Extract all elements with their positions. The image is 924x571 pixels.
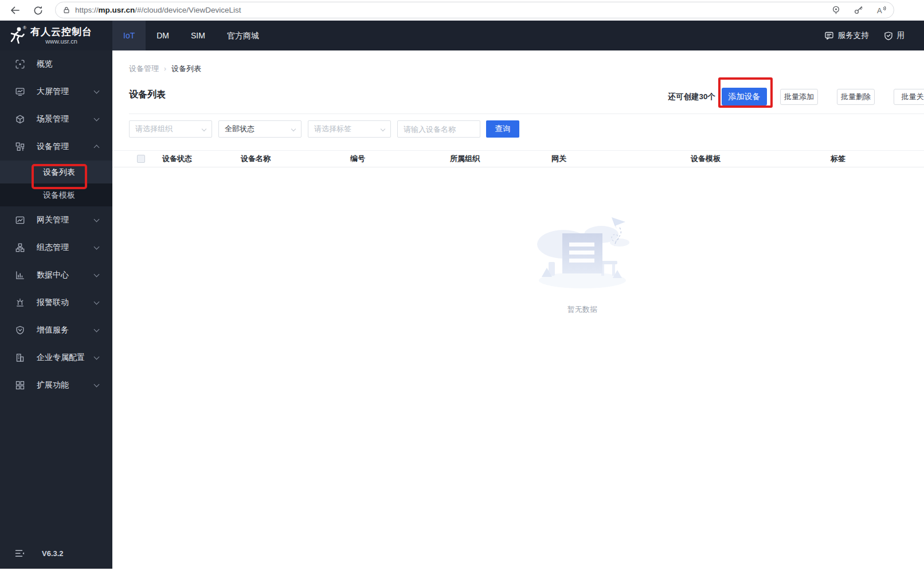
tab-official-mall[interactable]: 官方商城 [216,21,270,50]
sidebar-item-device-mgmt[interactable]: 设备管理 [0,133,112,161]
org-select[interactable]: 请选择组织 [129,120,212,138]
sidebar-nav: 概览 大屏管理 场景管理 设备管理 设备列表 设备模板 [0,50,112,569]
brand-title: 有人云控制台 [30,26,92,37]
lock-icon [62,6,71,14]
column-device-template: 设备模板 [691,154,831,164]
tab-sim[interactable]: SIM [180,21,216,50]
node-tree-icon [15,243,25,252]
page-bottom-strip [0,569,112,571]
breadcrumb-device-mgmt[interactable]: 设备管理 [129,64,159,74]
breadcrumb: 设备管理 › 设备列表 [129,64,201,74]
search-button[interactable]: 查询 [486,120,519,138]
main-content: 设备管理 › 设备列表 设备列表 还可创建30个 添加设备 批量添加 批量删除 … [112,50,924,571]
shield-icon [884,31,893,41]
chevron-down-icon [94,217,100,222]
status-select-value: 全部状态 [225,124,255,134]
browser-toolbar: https://mp.usr.cn/#/cloud/device/ViewDev… [0,0,924,21]
column-organization: 所属组织 [450,154,551,164]
chevron-down-icon [381,127,385,131]
tag-select[interactable]: 请选择标签 [308,120,391,138]
siren-icon [15,298,25,307]
location-pin-icon[interactable] [831,5,841,15]
chevron-down-icon [202,127,206,131]
sidebar-label: 设备管理 [37,142,69,152]
user-menu-partial[interactable]: 用 [884,30,905,41]
chevron-down-icon [94,354,100,360]
sidebar-item-overview[interactable]: 概览 [0,50,112,78]
add-device-button[interactable]: 添加设备 [722,88,767,105]
chevron-down-icon [94,382,100,388]
chevron-down-icon [94,327,100,333]
browser-refresh-icon[interactable] [31,3,45,17]
sidebar-item-gateway-mgmt[interactable]: 网关管理 [0,206,112,234]
empty-state: 暂无数据 [528,213,637,315]
column-device-id: 编号 [350,154,450,164]
sidebar-item-extensions[interactable]: 扩展功能 [0,371,112,399]
no-data-illustration [528,213,637,293]
chart-line-icon [15,216,25,225]
batch-partial-button[interactable]: 批量关 [894,89,924,105]
shield-badge-icon [15,326,25,335]
chevron-down-icon [94,116,100,122]
brand-logo[interactable]: ® 有人云控制台 www.usr.cn [0,21,112,50]
device-name-input[interactable] [397,120,480,138]
org-select-placeholder: 请选择组织 [135,124,173,134]
monitor-chart-icon [15,87,25,96]
sidebar-label: 扩展功能 [37,380,69,390]
device-table-header: 设备状态 设备名称 编号 所属组织 网关 设备模板 标签 [112,150,924,167]
sidebar-label: 报警联动 [37,298,69,308]
select-all-checkbox[interactable] [137,155,145,163]
divider [129,114,924,114]
chevron-down-icon [94,88,100,94]
sidebar-subitem-device-list[interactable]: 设备列表 [0,161,112,183]
app-header: ® 有人云控制台 www.usr.cn IoT DM SIM 官方商城 服务支持… [0,21,924,50]
page-title: 设备列表 [129,89,166,101]
sidebar-label: 大屏管理 [37,87,69,97]
empty-state-text: 暂无数据 [528,304,637,315]
filter-bar: 请选择组织 全部状态 请选择标签 查询 [129,120,519,138]
tab-iot[interactable]: IoT [112,21,146,50]
grid-4-icon [15,381,25,390]
overview-scan-icon [15,60,25,69]
column-tag: 标签 [831,154,924,164]
chevron-down-icon [291,127,296,131]
batch-add-button[interactable]: 批量添加 [780,89,818,105]
sidebar-item-value-added-services[interactable]: 增值服务 [0,316,112,344]
svg-text:A: A [877,6,882,15]
browser-back-icon[interactable] [8,3,22,17]
sidebar-item-scene-mgmt[interactable]: 场景管理 [0,105,112,133]
sidebar-label: 企业专属配置 [37,353,85,363]
sidebar-label: 概览 [37,59,53,69]
service-support-label: 服务支持 [838,30,869,41]
address-bar[interactable]: https://mp.usr.cn/#/cloud/device/ViewDev… [55,2,894,18]
sidebar-item-data-center[interactable]: 数据中心 [0,261,112,289]
sidebar-item-alarm-linkage[interactable]: 报警联动 [0,289,112,316]
breadcrumb-separator-icon: › [164,65,166,73]
sidebar-subitem-device-template[interactable]: 设备模板 [0,183,112,206]
sidebar-label: 场景管理 [37,114,69,124]
sidebar-label: 组态管理 [37,243,69,253]
url-text: https://mp.usr.cn/#/cloud/device/ViewDev… [75,6,241,14]
service-support-link[interactable]: 服务支持 [824,30,869,41]
user-partial-label: 用 [897,30,905,41]
chevron-down-icon [94,244,100,250]
sidebar-item-enterprise-config[interactable]: 企业专属配置 [0,344,112,371]
sidebar-item-config-mgmt[interactable]: 组态管理 [0,234,112,261]
read-aloud-icon[interactable]: A [876,5,887,15]
tag-select-placeholder: 请选择标签 [314,124,351,134]
breadcrumb-device-list: 设备列表 [171,64,201,74]
column-gateway: 网关 [551,154,691,164]
building-icon [15,353,25,362]
chevron-down-icon [94,272,100,277]
sidebar-item-screen-mgmt[interactable]: 大屏管理 [0,78,112,105]
status-select[interactable]: 全部状态 [218,120,302,138]
chevron-down-icon [94,299,100,305]
bar-chart-icon [15,271,25,280]
key-icon[interactable] [853,5,863,15]
chat-bubble-icon [824,31,834,40]
collapse-sidebar-icon[interactable] [15,549,25,558]
tab-dm[interactable]: DM [146,21,180,50]
product-tabs: IoT DM SIM 官方商城 [112,21,270,50]
batch-delete-button[interactable]: 批量删除 [837,89,875,105]
sidebar-label: 增值服务 [37,325,69,335]
